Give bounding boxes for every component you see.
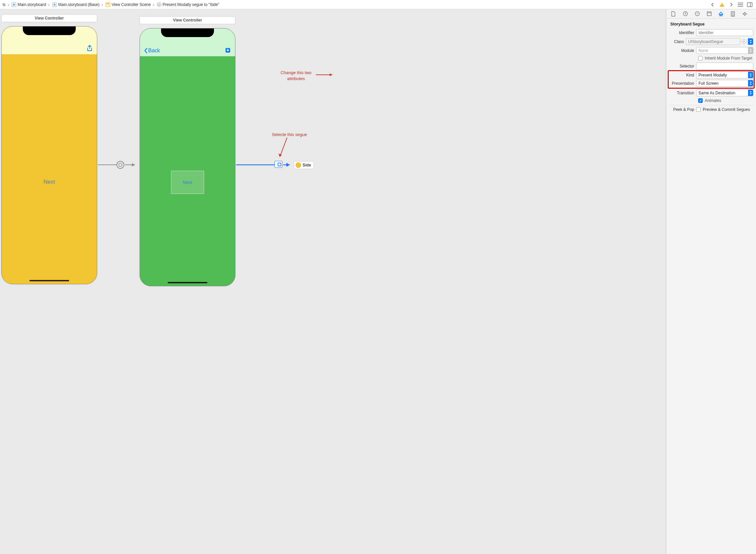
row-module: Module None bbox=[669, 47, 753, 54]
segue-node-1[interactable] bbox=[116, 161, 124, 169]
class-field[interactable] bbox=[686, 38, 740, 45]
row-transition: Transition Same As Destination bbox=[669, 89, 753, 96]
transition-select[interactable]: Same As Destination bbox=[696, 89, 753, 96]
segue-present-icon bbox=[118, 163, 122, 167]
back-label: Back bbox=[148, 48, 160, 54]
scene-title-label: View Controller bbox=[173, 18, 202, 22]
nav-back-button[interactable] bbox=[710, 2, 716, 8]
transition-value: Same As Destination bbox=[698, 91, 735, 95]
presentation-value: Full Screen bbox=[698, 81, 718, 86]
kind-value: Present Modally bbox=[698, 73, 727, 77]
crumb-localization[interactable]: Main.storyboard (Base) bbox=[47, 2, 100, 7]
toolbar-right bbox=[710, 2, 754, 8]
chevron-left-icon bbox=[144, 48, 147, 54]
identifier-field[interactable] bbox=[696, 29, 753, 36]
inspector-body: Storyboard Segue Identifier Class + Modu… bbox=[667, 18, 756, 118]
device-notch bbox=[161, 29, 214, 37]
inherit-module-checkbox[interactable] bbox=[698, 56, 703, 61]
outline-toggle-button[interactable] bbox=[738, 2, 743, 8]
row-class: Class + bbox=[669, 38, 753, 45]
scene-view-controller-1[interactable]: View Controller Next bbox=[1, 14, 97, 284]
crumb-label: View Controller Scene bbox=[112, 2, 151, 7]
svg-rect-4 bbox=[119, 164, 122, 166]
identity-inspector-tab[interactable] bbox=[706, 11, 712, 17]
issues-indicator[interactable] bbox=[719, 2, 725, 8]
crumb-label: Main.storyboard bbox=[17, 2, 46, 7]
crumb-scene[interactable]: View Controller Scene bbox=[100, 2, 151, 7]
svg-rect-8 bbox=[278, 163, 281, 166]
svg-text:?: ? bbox=[696, 12, 698, 15]
svg-rect-14 bbox=[707, 12, 711, 16]
storyboard-reference-side[interactable]: Side bbox=[294, 161, 314, 169]
row-kind: Kind Present Modally bbox=[669, 71, 753, 78]
segue-arrow-2-selected[interactable] bbox=[236, 162, 293, 167]
nav-bar-items bbox=[2, 43, 97, 54]
class-add-button[interactable]: + bbox=[742, 39, 746, 44]
back-bar-button[interactable]: Back bbox=[144, 48, 160, 54]
crumb-segue[interactable]: Present Modally segue to "Side" bbox=[151, 2, 220, 7]
row-peek-pop: Peek & Pop Preview & Commit Segues bbox=[669, 107, 753, 112]
connections-inspector-tab[interactable] bbox=[742, 11, 748, 17]
attributes-inspector-tab[interactable] bbox=[718, 11, 724, 17]
annotation-change-attributes: Change this two attributes bbox=[274, 70, 317, 81]
warning-icon bbox=[719, 3, 724, 7]
peek-pop-checkbox[interactable] bbox=[696, 107, 701, 112]
crumb-label: Main.storyboard (Base) bbox=[58, 2, 100, 7]
crumb-file[interactable]: Main.storyboard bbox=[6, 2, 47, 7]
container-next-button[interactable]: Next bbox=[183, 180, 192, 185]
storyboard-canvas[interactable]: View Controller Next bbox=[0, 9, 666, 554]
module-label: Module bbox=[669, 48, 696, 53]
container-view[interactable]: Next bbox=[171, 171, 204, 194]
storyboard-file-icon bbox=[52, 2, 57, 7]
presentation-select[interactable]: Full Screen bbox=[696, 80, 753, 87]
nav-forward-button[interactable] bbox=[728, 2, 734, 8]
row-inherit-module: Inherit Module From Target bbox=[669, 56, 753, 61]
row-animates: Animates bbox=[669, 98, 753, 103]
device-notch bbox=[23, 26, 76, 35]
help-inspector-tab[interactable]: ? bbox=[694, 11, 700, 17]
history-inspector-tab[interactable] bbox=[682, 11, 688, 17]
segue-present-icon bbox=[277, 163, 281, 166]
animates-label: Animates bbox=[705, 98, 721, 103]
class-label: Class bbox=[669, 39, 686, 44]
kind-select[interactable]: Present Modally bbox=[696, 71, 753, 78]
download-icon bbox=[225, 47, 231, 54]
scene-icon bbox=[106, 2, 110, 7]
storyboard-reference-icon bbox=[296, 163, 301, 168]
section-title: Storyboard Segue bbox=[669, 21, 753, 29]
crumb-project[interactable]: ls bbox=[2, 2, 6, 7]
scene-title-bar[interactable]: View Controller bbox=[1, 14, 97, 22]
storyboard-file-icon bbox=[12, 2, 16, 7]
inspector-divider bbox=[669, 105, 753, 105]
identifier-label: Identifier bbox=[669, 31, 696, 35]
kind-label: Kind bbox=[669, 73, 696, 77]
selector-field[interactable] bbox=[696, 63, 753, 69]
transition-label: Transition bbox=[669, 91, 696, 95]
row-presentation: Presentation Full Screen bbox=[669, 80, 753, 87]
device-frame: Back Next bbox=[139, 28, 236, 286]
module-value: None bbox=[698, 48, 708, 53]
crumb-label: Present Modally segue to "Side" bbox=[163, 2, 219, 7]
download-bar-button[interactable] bbox=[225, 47, 231, 55]
peek-pop-label: Peek & Pop bbox=[669, 107, 696, 112]
scene-title-label: View Controller bbox=[35, 16, 64, 20]
next-button[interactable]: Next bbox=[2, 179, 97, 185]
scene-view-controller-2[interactable]: View Controller Back Next bbox=[139, 16, 236, 286]
share-bar-button[interactable] bbox=[86, 45, 93, 53]
file-inspector-tab[interactable] bbox=[670, 11, 676, 17]
presentation-label: Presentation bbox=[669, 81, 696, 86]
size-inspector-tab[interactable] bbox=[730, 11, 736, 17]
inherit-module-label: Inherit Module From Target bbox=[705, 56, 752, 61]
row-selector: Selector bbox=[669, 63, 753, 69]
annotation-arrow-segue bbox=[277, 138, 290, 162]
highlighted-attributes-box: Kind Present Modally Presentation Full S… bbox=[668, 71, 754, 88]
adjust-editor-options-button[interactable] bbox=[747, 2, 753, 8]
selector-label: Selector bbox=[669, 64, 696, 68]
module-select[interactable]: None bbox=[696, 47, 753, 54]
class-dropdown[interactable] bbox=[748, 38, 753, 45]
animates-checkbox[interactable] bbox=[698, 98, 703, 103]
breadcrumb[interactable]: ls Main.storyboard Main.storyboard (Base… bbox=[2, 2, 710, 7]
device-frame: Next bbox=[1, 26, 97, 284]
nav-bar-items: Back bbox=[140, 45, 235, 56]
scene-title-bar[interactable]: View Controller bbox=[139, 16, 236, 24]
